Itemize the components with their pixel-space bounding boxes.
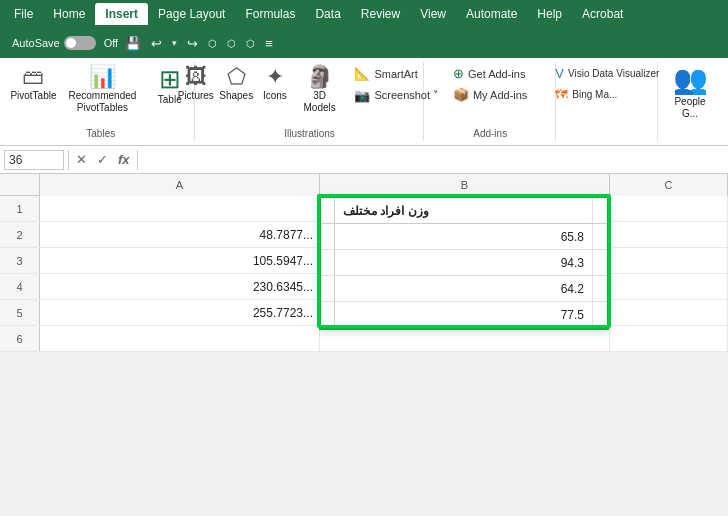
cell-c5[interactable] xyxy=(610,300,728,325)
cell-a1[interactable] xyxy=(40,196,320,221)
inner-table-row: 64.2 xyxy=(321,276,607,302)
confirm-formula-icon[interactable]: ✓ xyxy=(94,151,111,168)
save-icon[interactable]: 💾 xyxy=(122,34,144,53)
tab-acrobat[interactable]: Acrobat xyxy=(572,3,633,25)
autosave-label: AutoSave xyxy=(12,37,60,49)
cell-c1[interactable] xyxy=(610,196,728,221)
cell-c4[interactable] xyxy=(610,274,728,299)
formula-input[interactable] xyxy=(142,153,724,167)
tab-data[interactable]: Data xyxy=(305,3,350,25)
inner-header-label: وزن افراد مختلف xyxy=(335,198,593,223)
highlighted-table: وزن افراد مختلف 65.8 94.3 64.2 77.5 xyxy=(319,196,609,330)
tab-review[interactable]: Review xyxy=(351,3,410,25)
cell-a6[interactable] xyxy=(40,326,320,351)
my-addins-icon: 📦 xyxy=(453,87,469,102)
customize-qa-icon[interactable]: ≡ xyxy=(262,34,276,53)
pictures-icon: 🖼 xyxy=(185,66,207,88)
3d-models-icon: 🗿 xyxy=(306,66,333,88)
insert-function-icon[interactable]: fx xyxy=(115,151,133,168)
inner-table-row: 77.5 xyxy=(321,302,607,328)
inner-cell-val-2[interactable]: 94.3 xyxy=(335,250,593,275)
tab-insert[interactable]: Insert xyxy=(95,3,148,25)
formula-divider xyxy=(68,150,69,170)
tables-group-items: 🗃 PivotTable 📊 Recommended PivotTables ⊞… xyxy=(14,64,188,126)
cancel-formula-icon[interactable]: ✕ xyxy=(73,151,90,168)
visio-group: V Visio Data Visualizer 🗺 Bing Ma... xyxy=(558,62,658,141)
screenshot-icon: 📷 xyxy=(354,88,370,103)
form1-icon[interactable]: ⬡ xyxy=(205,36,220,51)
col-header-a[interactable]: A xyxy=(40,174,320,196)
visio-group-items: V Visio Data Visualizer 🗺 Bing Ma... xyxy=(551,64,663,126)
pictures-button[interactable]: 🖼 Pictures xyxy=(176,64,215,104)
cell-c2[interactable] xyxy=(610,222,728,247)
undo-icon[interactable]: ↩ xyxy=(148,34,165,53)
people-label: People G... xyxy=(672,96,708,120)
tab-file[interactable]: File xyxy=(4,3,43,25)
people-icon: 👥 xyxy=(673,66,708,94)
visio-group-label xyxy=(606,126,609,139)
inner-table-header-row: وزن افراد مختلف xyxy=(321,198,607,224)
inner-row-side-4 xyxy=(321,302,335,328)
form2-icon[interactable]: ⬡ xyxy=(224,36,239,51)
spreadsheet: A B C 1 2 48.7877... 3 105.5947... 4 230… xyxy=(0,174,728,352)
row-num-3: 3 xyxy=(0,248,40,273)
ribbon-body: 🗃 PivotTable 📊 Recommended PivotTables ⊞… xyxy=(0,58,728,146)
tab-formulas[interactable]: Formulas xyxy=(235,3,305,25)
3d-models-label: 3D Models xyxy=(299,90,341,114)
corner-cell xyxy=(0,174,40,195)
get-addins-icon: ⊕ xyxy=(453,66,464,81)
cell-a4[interactable]: 230.6345... xyxy=(40,274,320,299)
name-box[interactable]: 36 xyxy=(4,150,64,170)
tables-group-label: Tables xyxy=(86,126,115,139)
cell-a2[interactable]: 48.7877... xyxy=(40,222,320,247)
cell-a5[interactable]: 255.7723... xyxy=(40,300,320,325)
row-num-2: 2 xyxy=(0,222,40,247)
autosave-toggle[interactable] xyxy=(64,36,96,50)
tab-home[interactable]: Home xyxy=(43,3,95,25)
recommended-pivot-label: Recommended PivotTables xyxy=(61,90,144,114)
undo-dropdown-icon[interactable]: ▾ xyxy=(169,36,180,50)
recommended-pivot-icon: 📊 xyxy=(89,66,116,88)
cell-a3[interactable]: 105.5947... xyxy=(40,248,320,273)
inner-cell-val-4[interactable]: 77.5 xyxy=(335,302,593,328)
inner-cell-val-1[interactable]: 65.8 xyxy=(335,224,593,249)
tab-view[interactable]: View xyxy=(410,3,456,25)
inner-cell-val-3[interactable]: 64.2 xyxy=(335,276,593,301)
tab-page-layout[interactable]: Page Layout xyxy=(148,3,235,25)
form3-icon[interactable]: ⬡ xyxy=(243,36,258,51)
bing-maps-icon: 🗺 xyxy=(555,87,568,102)
tab-help[interactable]: Help xyxy=(527,3,572,25)
pivot-table-label: PivotTable xyxy=(10,90,56,102)
cell-c6[interactable] xyxy=(610,326,728,351)
visio-button[interactable]: V Visio Data Visualizer xyxy=(551,64,663,83)
pivot-table-button[interactable]: 🗃 PivotTable xyxy=(14,64,53,104)
people-button[interactable]: 👥 People G... xyxy=(668,64,712,122)
shapes-button[interactable]: ⬠ Shapes xyxy=(217,64,254,104)
inner-table-row: 65.8 xyxy=(321,224,607,250)
formula-icons: ✕ ✓ fx xyxy=(73,151,133,168)
recommended-pivot-button[interactable]: 📊 Recommended PivotTables xyxy=(57,64,148,116)
get-addins-button[interactable]: ⊕ Get Add-ins xyxy=(449,64,529,83)
redo-icon[interactable]: ↪ xyxy=(184,34,201,53)
row-num-4: 4 xyxy=(0,274,40,299)
3d-models-button[interactable]: 🗿 3D Models xyxy=(295,64,345,116)
visio-label: Visio Data Visualizer xyxy=(568,68,659,79)
addins-group-items: ⊕ Get Add-ins 📦 My Add-ins xyxy=(449,64,531,126)
people-group-items: 👥 People G... xyxy=(668,64,712,126)
tab-automate[interactable]: Automate xyxy=(456,3,527,25)
inner-header-cell xyxy=(321,198,335,223)
col-header-b[interactable]: B xyxy=(320,174,610,196)
bing-maps-button[interactable]: 🗺 Bing Ma... xyxy=(551,85,621,104)
smartart-label: SmartArt xyxy=(374,68,417,80)
illustrations-group-items: 🖼 Pictures ⬠ Shapes ✦ Icons 🗿 3D Models … xyxy=(176,64,443,126)
icons-button[interactable]: ✦ Icons xyxy=(257,64,293,104)
col-header-c[interactable]: C xyxy=(610,174,728,196)
inner-row-side-end-4 xyxy=(593,302,607,328)
inner-header-end xyxy=(593,198,607,223)
my-addins-button[interactable]: 📦 My Add-ins xyxy=(449,85,531,104)
inner-row-side-end-1 xyxy=(593,224,607,249)
shapes-icon: ⬠ xyxy=(227,66,246,88)
illustrations-group: 🖼 Pictures ⬠ Shapes ✦ Icons 🗿 3D Models … xyxy=(197,62,424,141)
cell-c3[interactable] xyxy=(610,248,728,273)
formula-divider-2 xyxy=(137,150,138,170)
